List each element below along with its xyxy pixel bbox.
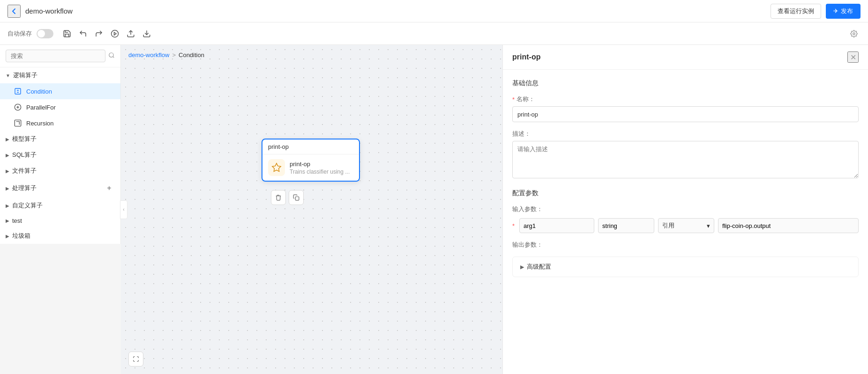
input-params-label: 输入参数： xyxy=(512,205,859,213)
view-instance-button[interactable]: 查看运行实例 xyxy=(771,4,821,19)
back-button[interactable] xyxy=(7,5,21,18)
category-arrow-test: ▶ xyxy=(6,218,9,223)
category-label-process: 处理算子 xyxy=(12,184,37,192)
category-model[interactable]: ▶ 模型算子 xyxy=(0,131,120,147)
node-info: print-op Trains classifier using ... xyxy=(290,161,353,175)
advanced-arrow-icon: ▶ xyxy=(520,264,524,270)
toolbar: 自动保存 xyxy=(0,22,868,45)
svg-point-5 xyxy=(109,53,113,57)
search-bar xyxy=(0,45,120,67)
svg-rect-7 xyxy=(15,88,21,94)
category-right-process: + xyxy=(104,183,115,194)
panel-header: print-op ✕ xyxy=(503,45,868,70)
panel-close-button[interactable]: ✕ xyxy=(847,51,859,63)
save-button[interactable] xyxy=(60,27,74,41)
header-left: demo-workflow xyxy=(7,5,73,18)
category-logic[interactable]: ▼ 逻辑算子 xyxy=(0,67,120,83)
desc-textarea[interactable] xyxy=(512,141,859,178)
advanced-label: 高级配置 xyxy=(527,263,551,271)
settings-icon xyxy=(847,27,861,40)
category-arrow-process: ▶ xyxy=(6,186,9,191)
collapse-sidebar-button[interactable]: ‹ xyxy=(120,200,127,219)
svg-rect-10 xyxy=(295,197,299,200)
node-card[interactable]: print-op print-op Trains classifier usin… xyxy=(262,139,360,182)
node-desc: Trains classifier using ... xyxy=(290,169,353,175)
panel-body: 基础信息 * 名称： 描述： 配置参数 输入参数： * xyxy=(503,70,868,286)
category-sql[interactable]: ▶ SQL算子 xyxy=(0,147,120,163)
recursion-label: Recursion xyxy=(26,120,108,127)
category-label-sql: SQL算子 xyxy=(12,151,37,159)
param-name-input[interactable] xyxy=(519,218,594,233)
search-input[interactable] xyxy=(6,50,105,62)
canvas[interactable]: demo-workflow > Condition print-op print… xyxy=(121,45,502,374)
category-arrow-file: ▶ xyxy=(6,169,9,174)
desc-form-group: 描述： xyxy=(512,130,859,180)
config-params-title: 配置参数 xyxy=(512,189,859,198)
node-card-header: print-op xyxy=(262,139,359,154)
param-mode-label: 引用 xyxy=(662,221,674,230)
redo-button[interactable] xyxy=(92,27,106,41)
parallelfor-icon xyxy=(13,103,22,112)
sidebar-item-condition[interactable]: Condition ⋯ xyxy=(0,83,120,99)
condition-label: Condition xyxy=(26,88,108,95)
main-layout: ▼ 逻辑算子 Condition ⋯ P xyxy=(0,45,868,374)
param-mode-chevron: ▾ xyxy=(707,222,710,229)
category-arrow-trash: ▶ xyxy=(6,234,9,239)
undo-button[interactable] xyxy=(76,27,90,41)
name-required: * xyxy=(512,96,515,103)
name-form-group: * 名称： xyxy=(512,95,859,122)
breadcrumb-separator: > xyxy=(172,51,176,59)
sidebar-item-recursion[interactable]: Recursion ⋯ xyxy=(0,115,120,131)
node-delete-button[interactable] xyxy=(271,190,286,205)
param-row: * 引用 ▾ xyxy=(512,218,859,233)
node-card-title: print-op xyxy=(268,143,289,150)
sidebar-item-parallelfor[interactable]: ParallelFor ⋯ xyxy=(0,99,120,115)
svg-point-0 xyxy=(112,30,119,37)
category-process[interactable]: ▶ 处理算子 + xyxy=(0,179,120,198)
node-copy-button[interactable] xyxy=(289,190,304,205)
category-test[interactable]: ▶ test xyxy=(0,213,120,228)
header-right: 查看运行实例 ✈ 发布 xyxy=(771,4,861,19)
sidebar: ▼ 逻辑算子 Condition ⋯ P xyxy=(0,45,121,244)
autosave-toggle[interactable] xyxy=(37,29,53,38)
export-button[interactable] xyxy=(124,27,138,41)
svg-rect-9 xyxy=(15,120,21,126)
import-button[interactable] xyxy=(140,27,154,41)
category-custom[interactable]: ▶ 自定义算子 xyxy=(0,198,120,213)
svg-marker-1 xyxy=(114,32,117,35)
run-button[interactable] xyxy=(108,27,122,41)
desc-label: 描述： xyxy=(512,130,859,138)
category-label-test: test xyxy=(12,217,22,224)
category-label-custom: 自定义算子 xyxy=(12,201,43,210)
category-label-file: 文件算子 xyxy=(12,167,37,175)
param-value-input[interactable] xyxy=(718,218,859,233)
param-type-input[interactable] xyxy=(598,218,654,233)
condition-icon xyxy=(13,87,22,96)
output-params-label: 输出参数： xyxy=(512,241,859,249)
app-header: demo-workflow 查看运行实例 ✈ 发布 xyxy=(0,0,868,22)
breadcrumb-parent[interactable]: demo-workflow xyxy=(128,51,169,59)
name-label-text: 名称： xyxy=(516,95,535,103)
advanced-config-section[interactable]: ▶ 高级配置 xyxy=(512,257,859,277)
publish-label: 发布 xyxy=(841,7,853,15)
node-icon xyxy=(268,159,285,176)
breadcrumb-current: Condition xyxy=(179,51,204,59)
right-panel: print-op ✕ 基础信息 * 名称： 描述： 配置参数 xyxy=(502,45,868,374)
panel-title: print-op xyxy=(512,53,540,61)
category-file[interactable]: ▶ 文件算子 xyxy=(0,163,120,179)
category-trash[interactable]: ▶ 垃圾箱 xyxy=(0,228,120,244)
node-card-body: print-op Trains classifier using ... xyxy=(262,154,359,181)
svg-line-6 xyxy=(113,57,114,58)
canvas-expand-button[interactable] xyxy=(128,352,143,367)
name-input[interactable] xyxy=(512,106,859,122)
search-icon xyxy=(108,52,115,60)
category-arrow-custom: ▶ xyxy=(6,203,9,208)
param-mode-select[interactable]: 引用 ▾ xyxy=(658,218,714,233)
svg-point-4 xyxy=(853,33,855,35)
add-process-button[interactable]: + xyxy=(104,183,115,194)
publish-button[interactable]: ✈ 发布 xyxy=(826,4,861,19)
config-section: 配置参数 输入参数： * 引用 ▾ 输出参数： xyxy=(512,189,859,249)
desc-label-text: 描述： xyxy=(512,130,531,138)
category-label-logic: 逻辑算子 xyxy=(13,71,37,80)
category-label-trash: 垃圾箱 xyxy=(12,232,30,240)
